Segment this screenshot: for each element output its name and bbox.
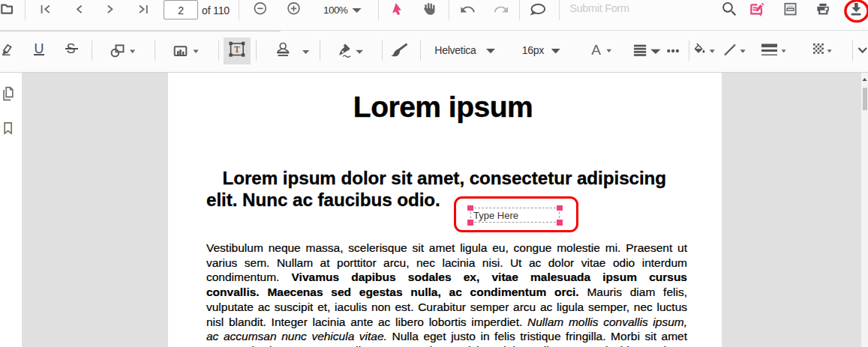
svg-text:T: T xyxy=(234,44,240,55)
